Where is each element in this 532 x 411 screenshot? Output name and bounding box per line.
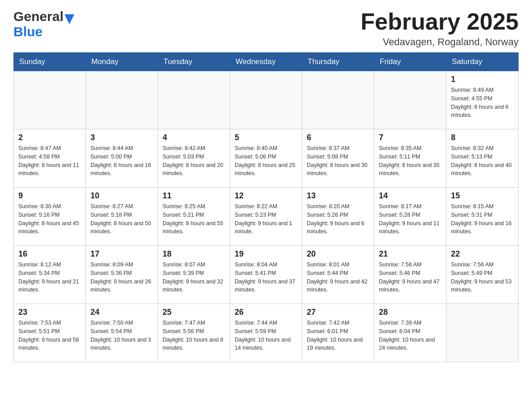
location-subtitle: Vedavagen, Rogaland, Norway xyxy=(360,36,519,48)
day-info: Sunrise: 8:42 AM Sunset: 5:03 PM Dayligh… xyxy=(163,144,225,178)
day-info: Sunrise: 8:49 AM Sunset: 4:55 PM Dayligh… xyxy=(451,86,514,120)
calendar-cell xyxy=(230,71,302,129)
week-row-4: 16Sunrise: 8:12 AM Sunset: 5:34 PM Dayli… xyxy=(14,246,519,304)
day-number: 22 xyxy=(451,249,514,259)
day-info: Sunrise: 8:22 AM Sunset: 5:23 PM Dayligh… xyxy=(235,202,297,236)
month-year-title: February 2025 xyxy=(360,9,519,34)
calendar-cell: 11Sunrise: 8:25 AM Sunset: 5:21 PM Dayli… xyxy=(158,188,230,246)
week-row-3: 9Sunrise: 8:30 AM Sunset: 5:16 PM Daylig… xyxy=(14,188,519,246)
calendar-cell: 3Sunrise: 8:44 AM Sunset: 5:00 PM Daylig… xyxy=(86,129,158,188)
calendar-cell: 6Sunrise: 8:37 AM Sunset: 5:08 PM Daylig… xyxy=(302,129,374,188)
week-row-1: 1Sunrise: 8:49 AM Sunset: 4:55 PM Daylig… xyxy=(14,71,519,129)
day-number: 14 xyxy=(379,191,442,201)
day-number: 18 xyxy=(163,249,225,259)
calendar-cell: 22Sunrise: 7:56 AM Sunset: 5:49 PM Dayli… xyxy=(446,246,519,304)
calendar-cell: 25Sunrise: 7:47 AM Sunset: 5:56 PM Dayli… xyxy=(158,304,230,362)
day-info: Sunrise: 8:32 AM Sunset: 5:13 PM Dayligh… xyxy=(451,144,514,178)
calendar-cell xyxy=(14,71,86,129)
day-info: Sunrise: 8:09 AM Sunset: 5:36 PM Dayligh… xyxy=(90,261,153,294)
calendar-cell: 19Sunrise: 8:04 AM Sunset: 5:41 PM Dayli… xyxy=(230,246,302,304)
day-info: Sunrise: 7:53 AM Sunset: 5:51 PM Dayligh… xyxy=(18,319,81,352)
weekday-header-wednesday: Wednesday xyxy=(230,53,302,71)
calendar-cell: 16Sunrise: 8:12 AM Sunset: 5:34 PM Dayli… xyxy=(14,246,86,304)
day-number: 11 xyxy=(163,191,225,201)
calendar-cell: 4Sunrise: 8:42 AM Sunset: 5:03 PM Daylig… xyxy=(158,129,230,188)
day-number: 26 xyxy=(235,308,297,317)
weekday-header-tuesday: Tuesday xyxy=(158,53,230,71)
day-info: Sunrise: 8:37 AM Sunset: 5:08 PM Dayligh… xyxy=(307,144,369,178)
day-info: Sunrise: 8:30 AM Sunset: 5:16 PM Dayligh… xyxy=(18,202,81,236)
weekday-header-thursday: Thursday xyxy=(302,53,374,71)
logo-blue-text: Blue xyxy=(13,24,43,39)
calendar-cell xyxy=(302,71,374,129)
day-info: Sunrise: 8:40 AM Sunset: 5:06 PM Dayligh… xyxy=(235,144,297,178)
calendar-cell: 21Sunrise: 7:58 AM Sunset: 5:46 PM Dayli… xyxy=(374,246,446,304)
day-number: 23 xyxy=(18,308,81,317)
day-number: 2 xyxy=(18,133,81,142)
day-number: 24 xyxy=(90,308,153,317)
weekday-header-sunday: Sunday xyxy=(14,53,86,71)
day-number: 13 xyxy=(307,191,369,201)
day-number: 28 xyxy=(379,308,442,317)
week-row-2: 2Sunrise: 8:47 AM Sunset: 4:58 PM Daylig… xyxy=(14,129,519,188)
day-info: Sunrise: 7:44 AM Sunset: 5:59 PM Dayligh… xyxy=(235,319,297,352)
calendar-table: SundayMondayTuesdayWednesdayThursdayFrid… xyxy=(13,52,519,362)
day-number: 17 xyxy=(90,249,153,259)
day-info: Sunrise: 7:42 AM Sunset: 6:01 PM Dayligh… xyxy=(307,319,369,352)
logo-triangle-icon xyxy=(64,14,74,24)
day-info: Sunrise: 8:20 AM Sunset: 5:26 PM Dayligh… xyxy=(307,202,369,236)
calendar-cell: 15Sunrise: 8:15 AM Sunset: 5:31 PM Dayli… xyxy=(446,188,519,246)
day-info: Sunrise: 8:15 AM Sunset: 5:31 PM Dayligh… xyxy=(451,202,514,236)
day-number: 8 xyxy=(451,133,514,142)
day-number: 25 xyxy=(163,308,225,317)
calendar-cell: 13Sunrise: 8:20 AM Sunset: 5:26 PM Dayli… xyxy=(302,188,374,246)
day-info: Sunrise: 8:04 AM Sunset: 5:41 PM Dayligh… xyxy=(235,261,297,294)
calendar-cell: 1Sunrise: 8:49 AM Sunset: 4:55 PM Daylig… xyxy=(446,71,519,129)
calendar-cell: 14Sunrise: 8:17 AM Sunset: 5:28 PM Dayli… xyxy=(374,188,446,246)
calendar-cell: 20Sunrise: 8:01 AM Sunset: 5:44 PM Dayli… xyxy=(302,246,374,304)
page-header: General Blue February 2025 Vedavagen, Ro… xyxy=(13,9,519,48)
day-number: 6 xyxy=(307,133,369,142)
calendar-cell: 28Sunrise: 7:39 AM Sunset: 6:04 PM Dayli… xyxy=(374,304,446,362)
calendar-cell: 18Sunrise: 8:07 AM Sunset: 5:39 PM Dayli… xyxy=(158,246,230,304)
calendar-cell: 26Sunrise: 7:44 AM Sunset: 5:59 PM Dayli… xyxy=(230,304,302,362)
calendar-cell: 7Sunrise: 8:35 AM Sunset: 5:11 PM Daylig… xyxy=(374,129,446,188)
week-row-5: 23Sunrise: 7:53 AM Sunset: 5:51 PM Dayli… xyxy=(14,304,519,362)
day-info: Sunrise: 7:50 AM Sunset: 5:54 PM Dayligh… xyxy=(90,319,153,352)
day-number: 10 xyxy=(90,191,153,201)
calendar-cell: 17Sunrise: 8:09 AM Sunset: 5:36 PM Dayli… xyxy=(86,246,158,304)
calendar-cell xyxy=(446,304,519,362)
day-number: 1 xyxy=(451,75,514,84)
day-info: Sunrise: 7:58 AM Sunset: 5:46 PM Dayligh… xyxy=(379,261,442,294)
calendar-cell xyxy=(374,71,446,129)
weekday-header-friday: Friday xyxy=(374,53,446,71)
day-number: 12 xyxy=(235,191,297,201)
day-number: 9 xyxy=(18,191,81,201)
day-number: 21 xyxy=(379,249,442,259)
logo-general-text: General xyxy=(13,9,64,24)
weekday-header-monday: Monday xyxy=(86,53,158,71)
day-info: Sunrise: 7:56 AM Sunset: 5:49 PM Dayligh… xyxy=(451,261,514,294)
day-number: 7 xyxy=(379,133,442,142)
day-info: Sunrise: 8:01 AM Sunset: 5:44 PM Dayligh… xyxy=(307,261,369,294)
calendar-cell xyxy=(86,71,158,129)
calendar-cell xyxy=(158,71,230,129)
day-info: Sunrise: 8:12 AM Sunset: 5:34 PM Dayligh… xyxy=(18,261,81,294)
day-info: Sunrise: 7:39 AM Sunset: 6:04 PM Dayligh… xyxy=(379,319,442,352)
calendar-cell: 23Sunrise: 7:53 AM Sunset: 5:51 PM Dayli… xyxy=(14,304,86,362)
calendar-cell: 2Sunrise: 8:47 AM Sunset: 4:58 PM Daylig… xyxy=(14,129,86,188)
calendar-cell: 10Sunrise: 8:27 AM Sunset: 5:18 PM Dayli… xyxy=(86,188,158,246)
day-info: Sunrise: 8:47 AM Sunset: 4:58 PM Dayligh… xyxy=(18,144,81,178)
calendar-cell: 12Sunrise: 8:22 AM Sunset: 5:23 PM Dayli… xyxy=(230,188,302,246)
weekday-header-saturday: Saturday xyxy=(446,53,519,71)
day-number: 19 xyxy=(235,249,297,259)
day-number: 5 xyxy=(235,133,297,142)
day-info: Sunrise: 8:25 AM Sunset: 5:21 PM Dayligh… xyxy=(163,202,225,236)
day-info: Sunrise: 8:07 AM Sunset: 5:39 PM Dayligh… xyxy=(163,261,225,294)
day-number: 4 xyxy=(163,133,225,142)
svg-marker-0 xyxy=(64,14,74,24)
day-number: 20 xyxy=(307,249,369,259)
day-number: 16 xyxy=(18,249,81,259)
calendar-cell: 27Sunrise: 7:42 AM Sunset: 6:01 PM Dayli… xyxy=(302,304,374,362)
calendar-cell: 5Sunrise: 8:40 AM Sunset: 5:06 PM Daylig… xyxy=(230,129,302,188)
